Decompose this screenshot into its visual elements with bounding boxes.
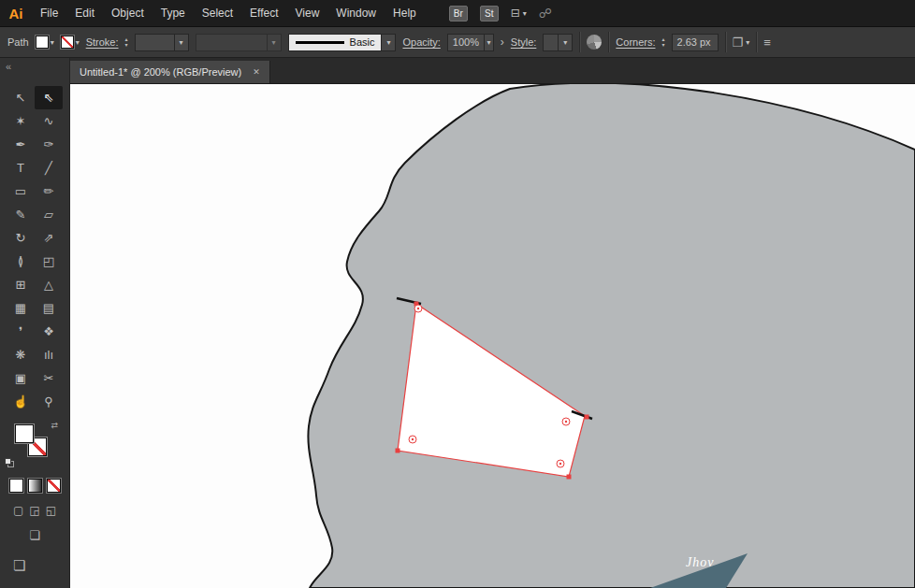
draw-inside-icon[interactable]: ◱ [46, 504, 56, 517]
paint-style-buttons [0, 479, 69, 493]
app-logo: Ai [0, 6, 32, 22]
toolbar-tools: ↖⇖✶∿✒✑T╱▭✏✎▱↻⇗≬◰⊞△▦▤❜❖❋ılı▣✂☝⚲ [0, 75, 69, 413]
canvas[interactable]: Jhov [70, 84, 915, 588]
menu-window[interactable]: Window [327, 7, 385, 20]
shaper-tool[interactable]: ✎ [7, 203, 35, 226]
stock-button[interactable]: St [480, 6, 499, 22]
style-dropdown[interactable]: ▾ [543, 34, 573, 51]
column-graph-tool[interactable]: ılı [35, 343, 63, 366]
corner-widget[interactable] [409, 436, 416, 443]
style-label[interactable]: Style: [511, 36, 537, 48]
stepper-down-icon[interactable]: ▾ [125, 42, 128, 48]
width-tool[interactable]: ≬ [7, 250, 35, 273]
drawing-mode-buttons: ▢ ◲ ◱ [0, 504, 69, 517]
menubar: Ai File Edit Object Type Select Effect V… [0, 0, 915, 26]
scale-tool[interactable]: ⇗ [35, 226, 63, 250]
paintbrush-tool[interactable]: ✏ [35, 179, 63, 203]
change-screen-mode-icon[interactable]: ❏ [13, 557, 69, 574]
stroke-label[interactable]: Stroke: [86, 36, 119, 48]
type-tool[interactable]: T [7, 156, 35, 179]
anchor-point[interactable] [585, 415, 589, 420]
divider [579, 32, 580, 52]
default-swatches-icon[interactable] [5, 458, 11, 465]
zoom-tool[interactable]: ⚲ [35, 390, 63, 413]
menu-help[interactable]: Help [385, 7, 425, 20]
brush-definition-dropdown[interactable]: ▾ [196, 34, 282, 51]
swap-fill-stroke-icon[interactable]: ⇄ [51, 421, 58, 430]
artboard-tool[interactable]: ▣ [7, 366, 35, 390]
opacity-label[interactable]: Opacity: [402, 36, 440, 48]
menu-object[interactable]: Object [103, 7, 152, 20]
recolor-artwork-icon[interactable] [587, 35, 602, 50]
share-icon[interactable]: ☍ [539, 6, 552, 21]
eraser-tool[interactable]: ▱ [35, 203, 63, 226]
fill-color-control[interactable]: ▾ [36, 36, 54, 49]
stroke-width-stepper[interactable]: ▴ ▾ [125, 36, 128, 48]
lasso-tool[interactable]: ∿ [35, 109, 63, 133]
line-segment-tool[interactable]: ╱ [35, 156, 63, 179]
close-icon[interactable]: ✕ [253, 67, 260, 77]
corners-label[interactable]: Corners: [616, 36, 655, 48]
shape-builder-tool[interactable]: ⊞ [7, 273, 35, 296]
color-button[interactable] [9, 479, 23, 493]
anchor-point[interactable] [396, 449, 400, 453]
corners-stepper[interactable]: ▴ ▾ [662, 36, 665, 48]
gradient-button[interactable] [28, 479, 42, 493]
chevron-down-icon[interactable]: ▾ [76, 38, 80, 47]
bridge-button[interactable]: Br [449, 6, 468, 22]
stroke-width-dropdown[interactable]: ▾ [135, 34, 189, 51]
perspective-grid-tool[interactable]: △ [35, 273, 63, 296]
menu-view[interactable]: View [287, 7, 328, 20]
stroke-color-control[interactable]: ▾ [61, 36, 80, 49]
opacity-dropdown[interactable]: 100% ▾ [447, 34, 494, 51]
gradient-tool[interactable]: ▤ [35, 296, 63, 320]
stroke-style-preview: Basic [289, 35, 382, 50]
fill-indicator[interactable] [15, 424, 34, 443]
collapse-panel-icon[interactable]: « [0, 58, 69, 75]
workspace-icon: ⊟ [511, 7, 520, 20]
transform-panel-icon[interactable]: ≡ [763, 36, 771, 50]
fill-swatch[interactable] [36, 36, 49, 49]
menu-effect[interactable]: Effect [241, 7, 286, 20]
pen-tool[interactable]: ✒ [7, 133, 35, 156]
menu-edit[interactable]: Edit [66, 7, 103, 20]
blend-tool[interactable]: ❖ [35, 320, 63, 343]
main-area: « ↖⇖✶∿✒✑T╱▭✏✎▱↻⇗≬◰⊞△▦▤❜❖❋ılı▣✂☝⚲ ⇄ ▢ ◲ ◱… [0, 58, 915, 588]
stroke-swatch[interactable] [61, 36, 74, 49]
eyedropper-tool[interactable]: ❜ [7, 320, 35, 343]
select-similar-control[interactable]: ❐ ▾ [733, 36, 750, 50]
menu-type[interactable]: Type [152, 7, 194, 20]
stroke-style-dropdown[interactable]: Basic ▾ [288, 34, 397, 51]
opacity-flyout-icon[interactable]: › [501, 36, 504, 49]
corner-widget[interactable] [414, 305, 422, 312]
direct-selection-tool[interactable]: ⇖ [35, 86, 63, 109]
screen-mode-button[interactable]: ❏ [0, 528, 69, 542]
curvature-tool[interactable]: ✑ [35, 133, 63, 156]
document-tab[interactable]: Untitled-1* @ 200% (RGB/Preview) ✕ [70, 61, 270, 83]
none-button[interactable] [47, 479, 61, 493]
draw-behind-icon[interactable]: ◲ [29, 504, 39, 517]
control-bar: Path ▾ ▾ Stroke: ▴ ▾ ▾ ▾ Basic ▾ [0, 26, 915, 58]
menu-file[interactable]: File [32, 7, 66, 20]
chevron-down-icon: ▾ [746, 38, 749, 47]
workspace-switcher[interactable]: ⊟ ▾ [511, 7, 527, 20]
symbol-sprayer-tool[interactable]: ❋ [7, 343, 35, 366]
hand-tool[interactable]: ☝ [7, 390, 35, 413]
menu-select[interactable]: Select [194, 7, 241, 20]
chevron-down-icon[interactable]: ▾ [51, 38, 54, 47]
anchor-point[interactable] [567, 475, 572, 480]
chevron-down-icon: ▾ [180, 38, 183, 47]
slice-tool[interactable]: ✂ [35, 366, 63, 390]
stepper-down-icon[interactable]: ▾ [662, 42, 665, 48]
rotate-tool[interactable]: ↻ [7, 226, 35, 250]
magic-wand-tool[interactable]: ✶ [7, 109, 35, 133]
rectangle-tool[interactable]: ▭ [7, 179, 35, 203]
fill-stroke-indicator: ⇄ [15, 423, 56, 469]
selection-tool[interactable]: ↖ [7, 86, 35, 109]
draw-normal-icon[interactable]: ▢ [13, 504, 23, 517]
select-similar-icon[interactable]: ❐ [733, 36, 744, 50]
background-shape[interactable] [308, 84, 915, 588]
mesh-tool[interactable]: ▦ [7, 296, 35, 320]
free-transform-tool[interactable]: ◰ [35, 250, 63, 273]
corners-value[interactable]: 2.63 px [672, 34, 719, 51]
